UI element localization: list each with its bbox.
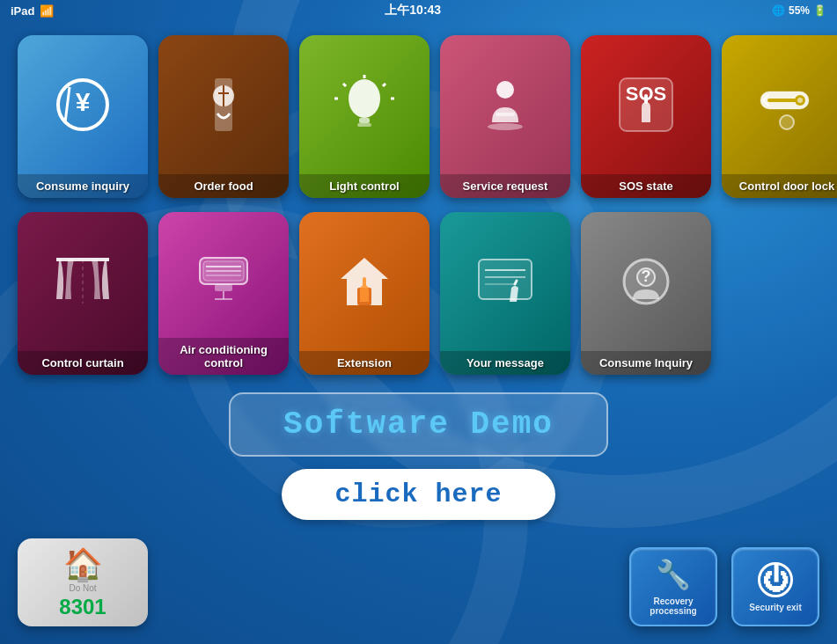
tile-light-control-icon	[299, 35, 430, 174]
svg-rect-31	[215, 284, 232, 291]
ipad-label: iPad	[11, 4, 34, 18]
tile-control-door-lock[interactable]: Control door lock	[722, 35, 837, 198]
status-time: 上午10:43	[385, 3, 441, 18]
tile-consume-inquiry-2-label: Consume Inquiry	[581, 351, 711, 375]
svg-point-22	[797, 98, 803, 103]
tile-order-food[interactable]: Order food	[158, 35, 289, 198]
bottom-right-buttons: 🔧 Recovery processing ⏻ Security exit	[629, 547, 819, 626]
recovery-label: Recovery processing	[631, 596, 716, 616]
tile-order-food-label: Order food	[158, 174, 289, 198]
main-content: ¥ Consume inquiry Order food	[0, 21, 837, 529]
room-sublabel: Do Not	[69, 583, 96, 593]
tile-control-curtain[interactable]: Control curtain	[18, 212, 148, 375]
tile-control-curtain-icon	[18, 212, 148, 351]
power-icon: ⏻	[758, 562, 793, 597]
room-home-icon: 🏠	[63, 546, 103, 583]
svg-point-23	[780, 115, 794, 129]
svg-text:¥: ¥	[76, 87, 91, 116]
tile-consume-inquiry-2[interactable]: ? Consume Inquiry	[581, 212, 711, 375]
wifi-icon: 📶	[40, 4, 54, 18]
bottom-section: 🏠 Do Not 8301 🔧 Recovery processing ⏻ Se…	[0, 538, 837, 626]
click-here-label: click here	[334, 479, 502, 509]
status-left: iPad 📶	[11, 4, 54, 18]
svg-point-7	[349, 79, 380, 118]
tile-air-conditioning[interactable]: Air conditioning control	[158, 212, 289, 375]
battery-label: 55%	[789, 4, 810, 17]
tile-extension[interactable]: Extension	[299, 212, 430, 375]
tile-sos-state-label: SOS state	[581, 174, 711, 198]
room-tile[interactable]: 🏠 Do Not 8301	[18, 538, 148, 626]
svg-line-13	[383, 84, 385, 86]
tile-light-control[interactable]: Light control	[299, 35, 430, 198]
tile-order-food-icon	[158, 35, 289, 174]
recovery-button[interactable]: 🔧 Recovery processing	[629, 547, 717, 626]
tile-control-door-lock-label: Control door lock	[722, 174, 837, 198]
tile-extension-label: Extension	[299, 351, 430, 375]
room-number: 8301	[59, 595, 106, 619]
tile-light-control-label: Light control	[299, 174, 430, 198]
recovery-icon: 🔧	[656, 558, 691, 591]
svg-line-11	[343, 84, 346, 86]
tile-your-message[interactable]: Your message	[440, 212, 570, 375]
svg-rect-9	[357, 123, 371, 127]
tile-consume-inquiry[interactable]: ¥ Consume inquiry	[18, 35, 148, 198]
status-bar: iPad 📶 上午10:43 🌐 55% 🔋	[0, 0, 837, 21]
status-right: 🌐 55% 🔋	[772, 4, 826, 17]
tile-sos-state[interactable]: SOS SOS state	[581, 35, 711, 198]
tile-air-conditioning-icon	[158, 212, 289, 338]
svg-line-2	[65, 87, 70, 122]
security-exit-button[interactable]: ⏻ Security exit	[731, 547, 819, 626]
tile-sos-state-icon: SOS	[581, 35, 711, 174]
tile-service-request-label: Service request	[440, 174, 570, 198]
tile-control-door-lock-icon	[722, 35, 837, 174]
svg-text:?: ?	[642, 267, 651, 285]
tile-your-message-label: Your message	[440, 351, 570, 375]
svg-rect-16	[496, 113, 515, 116]
tile-service-request[interactable]: Service request	[440, 35, 570, 198]
svg-rect-8	[359, 118, 370, 123]
app-grid: ¥ Consume inquiry Order food	[18, 35, 819, 198]
app-grid-row2: Control curtain Air conditioning control	[18, 212, 819, 375]
empty-slot	[722, 212, 837, 375]
globe-icon: 🌐	[772, 4, 785, 17]
svg-point-15	[496, 81, 514, 99]
tile-control-curtain-label: Control curtain	[18, 351, 148, 375]
security-label: Security exit	[749, 603, 801, 612]
svg-rect-35	[479, 260, 532, 299]
software-demo-box: Software Demo	[229, 392, 608, 457]
tile-consume-inquiry-2-icon: ?	[581, 212, 711, 351]
tile-air-conditioning-label: Air conditioning control	[158, 338, 289, 375]
svg-point-17	[488, 123, 523, 130]
tile-consume-inquiry-icon: ¥	[18, 35, 148, 174]
tile-extension-icon	[299, 212, 430, 351]
tile-your-message-icon	[440, 212, 570, 351]
tile-service-request-icon	[440, 35, 570, 174]
tile-consume-inquiry-label: Consume inquiry	[18, 174, 148, 198]
middle-section: Software Demo click here	[18, 392, 819, 520]
software-demo-title: Software Demo	[283, 406, 554, 443]
click-here-button[interactable]: click here	[282, 469, 554, 520]
battery-icon: 🔋	[813, 4, 826, 17]
